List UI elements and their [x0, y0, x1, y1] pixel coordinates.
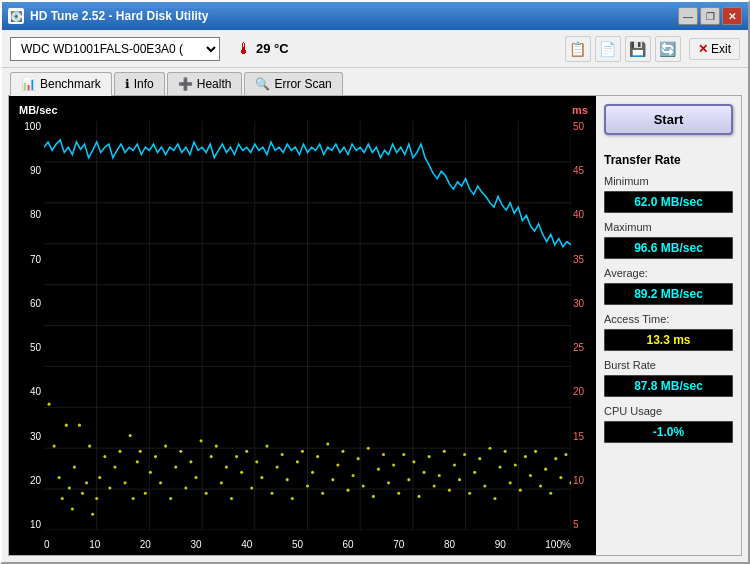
y-right-35: 35 — [573, 254, 584, 265]
svg-point-26 — [71, 507, 74, 510]
svg-point-73 — [291, 497, 294, 500]
y-label-90: 90 — [30, 165, 41, 176]
y-label-80: 80 — [30, 209, 41, 220]
window-title: HD Tune 2.52 - Hard Disk Utility — [30, 9, 208, 23]
svg-point-120 — [529, 474, 532, 477]
y-label-20: 20 — [30, 475, 41, 486]
exit-icon: ✕ — [698, 42, 708, 56]
minimize-button[interactable]: — — [678, 7, 698, 25]
svg-point-97 — [412, 460, 415, 463]
svg-point-117 — [514, 463, 517, 466]
svg-point-48 — [164, 445, 167, 448]
drive-selector-wrapper: WDC WD1001FALS-00E3A0 (1000 GB) — [10, 37, 220, 61]
y-label-100: 100 — [24, 121, 41, 132]
svg-point-23 — [61, 497, 64, 500]
svg-point-77 — [311, 471, 314, 474]
svg-point-112 — [488, 447, 491, 450]
svg-point-105 — [453, 463, 456, 466]
svg-point-20 — [48, 403, 51, 406]
tab-info[interactable]: ℹ Info — [114, 72, 165, 95]
exit-button[interactable]: ✕ Exit — [689, 38, 740, 60]
svg-point-125 — [554, 457, 557, 460]
main-window: 💽 HD Tune 2.52 - Hard Disk Utility — ❐ ✕… — [0, 0, 750, 564]
svg-point-63 — [240, 471, 243, 474]
tab-health[interactable]: ➕ Health — [167, 72, 243, 95]
y-axis-right: 50 45 40 35 30 25 20 15 10 5 — [571, 121, 596, 530]
svg-point-96 — [407, 478, 410, 481]
svg-point-44 — [144, 492, 147, 495]
svg-point-50 — [174, 466, 177, 469]
svg-point-119 — [524, 455, 527, 458]
y-right-40: 40 — [573, 209, 584, 220]
svg-point-68 — [265, 445, 268, 448]
burst-rate-value: 87.8 MB/sec — [604, 375, 733, 397]
paste-icon-btn[interactable]: 📄 — [595, 36, 621, 62]
side-panel: Start Transfer Rate Minimum 62.0 MB/sec … — [596, 96, 741, 555]
svg-point-52 — [184, 486, 187, 489]
svg-point-32 — [91, 513, 94, 516]
x-label-90: 90 — [495, 539, 506, 550]
svg-point-67 — [260, 476, 263, 479]
y-right-20: 20 — [573, 386, 584, 397]
svg-point-107 — [463, 453, 466, 456]
svg-point-27 — [73, 466, 76, 469]
svg-point-72 — [286, 478, 289, 481]
svg-point-39 — [124, 481, 127, 484]
svg-point-28 — [78, 424, 81, 427]
svg-point-29 — [81, 492, 84, 495]
x-label-50: 50 — [292, 539, 303, 550]
svg-point-99 — [423, 471, 426, 474]
svg-point-35 — [103, 455, 106, 458]
benchmark-icon: 📊 — [21, 77, 36, 91]
app-icon: 💽 — [8, 8, 24, 24]
y-label-30: 30 — [30, 431, 41, 442]
svg-point-89 — [372, 495, 375, 498]
save-icon-btn[interactable]: 💾 — [625, 36, 651, 62]
svg-point-60 — [225, 466, 228, 469]
svg-point-64 — [245, 450, 248, 453]
svg-point-109 — [473, 471, 476, 474]
svg-point-58 — [215, 445, 218, 448]
svg-point-57 — [210, 455, 213, 458]
tab-benchmark[interactable]: 📊 Benchmark — [10, 72, 112, 96]
burst-rate-label: Burst Rate — [604, 359, 733, 371]
svg-point-122 — [539, 484, 542, 487]
close-button[interactable]: ✕ — [722, 7, 742, 25]
svg-point-65 — [250, 486, 253, 489]
svg-point-33 — [95, 497, 98, 500]
svg-point-79 — [321, 492, 324, 495]
svg-point-59 — [220, 481, 223, 484]
access-time-dots — [48, 403, 571, 516]
svg-point-123 — [544, 468, 547, 471]
y-label-70: 70 — [30, 254, 41, 265]
x-label-10: 10 — [89, 539, 100, 550]
svg-point-87 — [362, 484, 365, 487]
y-label-60: 60 — [30, 298, 41, 309]
x-axis-labels: 0 10 20 30 40 50 60 70 80 90 100% — [44, 539, 571, 550]
restore-button[interactable]: ❐ — [700, 7, 720, 25]
toolbar: WDC WD1001FALS-00E3A0 (1000 GB) 🌡 29 °C … — [2, 30, 748, 68]
tab-error-scan[interactable]: 🔍 Error Scan — [244, 72, 342, 95]
svg-point-126 — [559, 476, 562, 479]
svg-point-25 — [68, 486, 71, 489]
transfer-rate-title: Transfer Rate — [604, 153, 733, 167]
svg-point-34 — [98, 476, 101, 479]
svg-point-103 — [443, 450, 446, 453]
svg-point-115 — [504, 450, 507, 453]
svg-point-80 — [326, 442, 329, 445]
title-bar-left: 💽 HD Tune 2.52 - Hard Disk Utility — [8, 8, 208, 24]
drive-selector[interactable]: WDC WD1001FALS-00E3A0 (1000 GB) — [10, 37, 220, 61]
svg-point-53 — [189, 460, 192, 463]
start-button[interactable]: Start — [604, 104, 733, 135]
refresh-icon-btn[interactable]: 🔄 — [655, 36, 681, 62]
window-controls: — ❐ ✕ — [678, 7, 742, 25]
copy-icon-btn[interactable]: 📋 — [565, 36, 591, 62]
y-label-50: 50 — [30, 342, 41, 353]
svg-point-121 — [534, 450, 537, 453]
svg-point-42 — [136, 460, 139, 463]
minimum-value: 62.0 MB/sec — [604, 191, 733, 213]
svg-point-116 — [509, 481, 512, 484]
svg-point-85 — [352, 474, 355, 477]
svg-point-21 — [53, 445, 56, 448]
x-label-100: 100% — [545, 539, 571, 550]
